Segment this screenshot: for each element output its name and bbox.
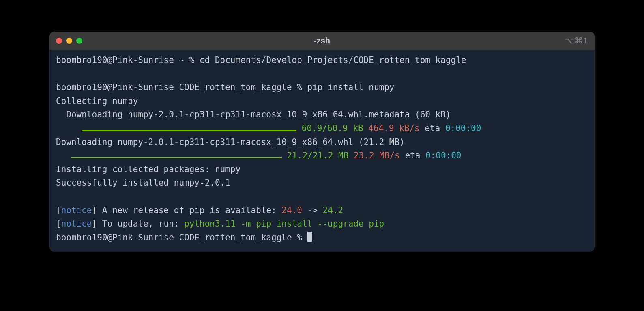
- output-success: Successfully installed numpy-2.0.1: [56, 178, 230, 188]
- bracket-close-2: ]: [92, 219, 102, 229]
- notice-text-1: A new release of pip is available:: [102, 205, 282, 215]
- minimize-icon[interactable]: [66, 38, 72, 44]
- progress-eta-label-2: eta: [400, 151, 425, 160]
- progress-bar-1: [82, 126, 296, 131]
- notice-version-to: 24.2: [322, 205, 343, 215]
- notice-tag-2: notice: [61, 219, 92, 229]
- bracket-open-1: [: [56, 205, 61, 215]
- progress-eta-1: 0:00:00: [445, 123, 481, 133]
- progress-size-1: 60.9/60.9 kB: [296, 123, 363, 133]
- bracket-close-1: ]: [92, 205, 102, 215]
- command-cd: cd Documents/Develop_Projects/CODE_rotte…: [200, 55, 466, 65]
- progress-bar-2: [71, 154, 282, 159]
- titlebar: -zsh ⌥⌘1: [49, 32, 595, 50]
- prompt-3: boombro190@Pink-Sunrise CODE_rotten_tom_…: [56, 233, 307, 242]
- notice-arrow: ->: [302, 205, 323, 215]
- prompt-1: boombro190@Pink-Sunrise ~ %: [56, 55, 200, 65]
- output-download-wheel: Downloading numpy-2.0.1-cp311-cp311-maco…: [56, 137, 405, 147]
- window-shortcut-label: ⌥⌘1: [565, 36, 588, 45]
- traffic-lights: [56, 38, 82, 44]
- terminal-body[interactable]: boombro190@Pink-Sunrise ~ % cd Documents…: [49, 50, 595, 252]
- notice-version-from: 24.0: [281, 205, 302, 215]
- cursor-icon: [307, 232, 312, 242]
- progress-eta-2: 0:00:00: [425, 151, 462, 160]
- output-download-metadata: Downloading numpy-2.0.1-cp311-cp311-maco…: [56, 110, 451, 119]
- window-title: -zsh: [314, 36, 330, 45]
- notice-tag-1: notice: [61, 205, 92, 215]
- notice-update-command: python3.11 -m pip install --upgrade pip: [184, 219, 384, 229]
- notice-text-2: To update, run:: [102, 219, 184, 229]
- output-installing: Installing collected packages: numpy: [56, 164, 240, 174]
- close-icon[interactable]: [56, 38, 62, 44]
- command-pip-install: pip install numpy: [307, 82, 395, 92]
- progress-indent-2: [56, 151, 71, 160]
- output-collecting: Collecting numpy: [56, 96, 138, 106]
- progress-eta-label-1: eta: [420, 123, 445, 133]
- progress-indent-1: [56, 123, 82, 133]
- progress-size-2: 21.2/21.2 MB: [282, 151, 348, 160]
- terminal-window: -zsh ⌥⌘1 boombro190@Pink-Sunrise ~ % cd …: [49, 32, 595, 252]
- progress-speed-1: 464.9 kB/s: [363, 123, 420, 133]
- bracket-open-2: [: [56, 219, 61, 229]
- prompt-2: boombro190@Pink-Sunrise CODE_rotten_tom_…: [56, 82, 307, 92]
- progress-speed-2: 23.2 MB/s: [348, 151, 399, 160]
- maximize-icon[interactable]: [76, 38, 82, 44]
